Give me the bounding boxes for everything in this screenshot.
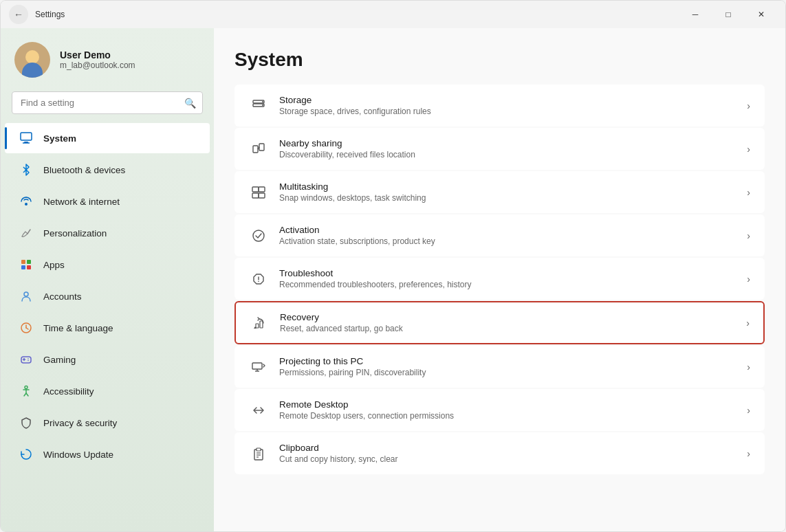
setting-text-nearby: Nearby sharing Discoverability, received… (279, 138, 736, 159)
title-bar: ← Settings ─ □ ✕ (1, 1, 785, 28)
setting-desc-remote: Remote Desktop users, connection permiss… (279, 411, 736, 421)
chevron-projecting: › (747, 362, 750, 373)
setting-item-remote[interactable]: Remote Desktop Remote Desktop users, con… (234, 389, 765, 431)
svg-rect-27 (253, 146, 258, 153)
setting-desc-activation: Activation state, subscriptions, product… (279, 236, 736, 246)
user-info: User Demo m_lab@outlook.com (60, 49, 200, 70)
svg-rect-5 (21, 260, 25, 264)
svg-rect-32 (252, 193, 259, 198)
sidebar-item-apps[interactable]: Apps (5, 250, 210, 280)
avatar-body (22, 63, 43, 78)
sidebar-item-network[interactable]: Network & internet (5, 186, 210, 217)
svg-rect-39 (252, 363, 262, 369)
nav-label-time: Time & language (43, 323, 113, 333)
setting-name-remote: Remote Desktop (279, 399, 736, 410)
chevron-recovery: › (746, 318, 750, 329)
user-section: User Demo m_lab@outlook.com (1, 28, 214, 89)
projecting-icon (249, 357, 268, 377)
multitask-icon (249, 183, 268, 202)
setting-name-clipboard: Clipboard (279, 443, 736, 453)
network-icon (19, 194, 34, 209)
setting-text-remote: Remote Desktop Remote Desktop users, con… (279, 399, 736, 421)
search-input[interactable] (12, 91, 203, 114)
setting-item-troubleshoot[interactable]: Troubleshoot Recommended troubleshooters… (234, 258, 765, 300)
nav-label-personalization: Personalization (43, 228, 107, 239)
sidebar-item-bluetooth[interactable]: Bluetooth & devices (5, 155, 210, 185)
search-icon: 🔍 (184, 98, 196, 109)
chevron-remote: › (747, 405, 750, 416)
brush-icon (19, 225, 34, 241)
setting-name-recovery: Recovery (280, 312, 735, 322)
setting-item-nearby[interactable]: Nearby sharing Discoverability, received… (234, 128, 765, 170)
setting-item-clipboard[interactable]: Clipboard Cut and copy history, sync, cl… (234, 432, 765, 474)
avatar-figure (20, 49, 45, 78)
sidebar-item-personalization[interactable]: Personalization (5, 218, 210, 248)
user-email: m_lab@outlook.com (60, 60, 200, 70)
nav-label-accounts: Accounts (43, 291, 82, 302)
window-controls: ─ □ ✕ (679, 3, 777, 25)
sidebar-item-gaming[interactable]: Gaming (5, 344, 210, 375)
svg-rect-6 (27, 260, 31, 264)
svg-line-22 (26, 393, 28, 396)
sidebar-item-update[interactable]: Windows Update (5, 439, 210, 469)
user-name: User Demo (60, 49, 200, 60)
apps-icon (19, 257, 34, 272)
sidebar-item-accessibility[interactable]: Accessibility (5, 376, 210, 406)
chevron-storage: › (747, 100, 750, 111)
svg-point-9 (24, 292, 28, 296)
svg-point-17 (28, 360, 29, 362)
svg-rect-28 (259, 144, 264, 151)
setting-text-activation: Activation Activation state, subscriptio… (279, 225, 736, 246)
setting-desc-projecting: Permissions, pairing PIN, discoverabilit… (279, 368, 736, 377)
settings-window: ← Settings ─ □ ✕ User Demo m_lab@ou (0, 0, 786, 532)
setting-item-storage[interactable]: Storage Storage space, drives, configura… (234, 85, 765, 126)
svg-point-36 (258, 280, 259, 282)
chevron-activation: › (747, 230, 750, 241)
recovery-icon (250, 313, 269, 333)
minimize-button[interactable]: ─ (679, 3, 711, 25)
nearby-icon (249, 140, 268, 159)
nav-label-network: Network & internet (43, 197, 120, 207)
setting-desc-nearby: Discoverability, received files location (279, 150, 736, 159)
sidebar-item-system[interactable]: System (5, 123, 210, 153)
setting-item-recovery[interactable]: Recovery Reset, advanced startup, go bac… (234, 301, 765, 344)
bluetooth-icon (19, 162, 34, 177)
nav-label-accessibility: Accessibility (43, 386, 94, 397)
setting-desc-troubleshoot: Recommended troubleshooters, preferences… (279, 280, 736, 289)
nav-label-update: Windows Update (43, 450, 113, 460)
privacy-icon (19, 415, 34, 430)
maximize-button[interactable]: □ (712, 3, 744, 25)
setting-desc-recovery: Reset, advanced startup, go back (280, 324, 735, 333)
sidebar-item-privacy[interactable]: Privacy & security (5, 408, 210, 438)
sidebar-item-time[interactable]: Time & language (5, 313, 210, 343)
setting-item-projecting[interactable]: Projecting to this PC Permissions, pairi… (234, 346, 765, 388)
window-title: Settings (35, 10, 65, 19)
avatar-head (25, 50, 39, 64)
setting-name-storage: Storage (279, 95, 736, 105)
setting-item-activation[interactable]: Activation Activation state, subscriptio… (234, 214, 765, 256)
nav-label-apps: Apps (43, 260, 65, 270)
setting-item-multitasking[interactable]: Multitasking Snap windows, desktops, tas… (234, 171, 765, 213)
setting-desc-multitasking: Snap windows, desktops, task switching (279, 193, 736, 203)
nav-label-gaming: Gaming (43, 355, 76, 365)
svg-point-16 (28, 358, 29, 359)
setting-text-storage: Storage Storage space, drives, configura… (279, 95, 736, 116)
setting-name-nearby: Nearby sharing (279, 138, 736, 148)
setting-text-recovery: Recovery Reset, advanced startup, go bac… (280, 312, 735, 333)
remote-icon (249, 401, 268, 420)
setting-desc-storage: Storage space, drives, configuration rul… (279, 107, 736, 116)
svg-rect-8 (27, 265, 31, 269)
close-button[interactable]: ✕ (745, 3, 777, 25)
svg-rect-37 (256, 324, 259, 328)
sidebar-item-accounts[interactable]: Accounts (5, 281, 210, 311)
svg-line-12 (26, 328, 28, 329)
setting-name-projecting: Projecting to this PC (279, 356, 736, 366)
accessibility-icon (19, 384, 34, 399)
accounts-icon (19, 289, 34, 304)
gaming-icon (19, 352, 34, 367)
activation-icon (249, 226, 268, 245)
back-button[interactable]: ← (9, 5, 28, 24)
setting-name-activation: Activation (279, 225, 736, 235)
svg-point-34 (253, 230, 264, 241)
svg-rect-30 (252, 187, 259, 192)
